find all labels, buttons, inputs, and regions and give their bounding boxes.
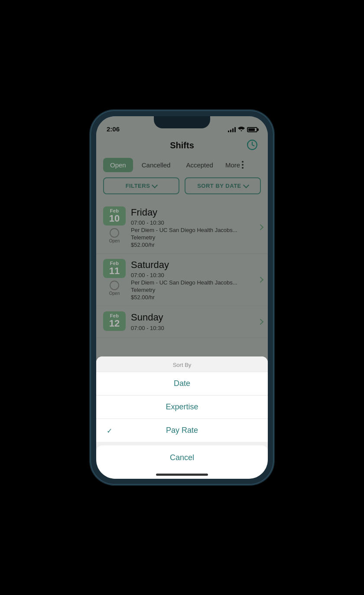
sort-option-pay-rate[interactable]: Pay Rate <box>96 418 268 442</box>
phone-frame: 2:06 Shifts <box>91 111 273 484</box>
sort-by-modal-overlay[interactable]: Sort By Date Expertise Pay Rate Cancel <box>96 116 268 479</box>
sort-by-bottom-sheet: Sort By Date Expertise Pay Rate Cancel <box>96 356 268 479</box>
phone-screen: 2:06 Shifts <box>96 116 268 479</box>
sort-option-date[interactable]: Date <box>96 372 268 395</box>
home-indicator <box>96 470 268 479</box>
sort-option-expertise[interactable]: Expertise <box>96 395 268 418</box>
cancel-button[interactable]: Cancel <box>96 445 268 470</box>
sort-options-group: Sort By Date Expertise Pay Rate <box>96 356 268 442</box>
home-bar <box>156 474 208 476</box>
sort-modal-title: Sort By <box>96 356 268 372</box>
